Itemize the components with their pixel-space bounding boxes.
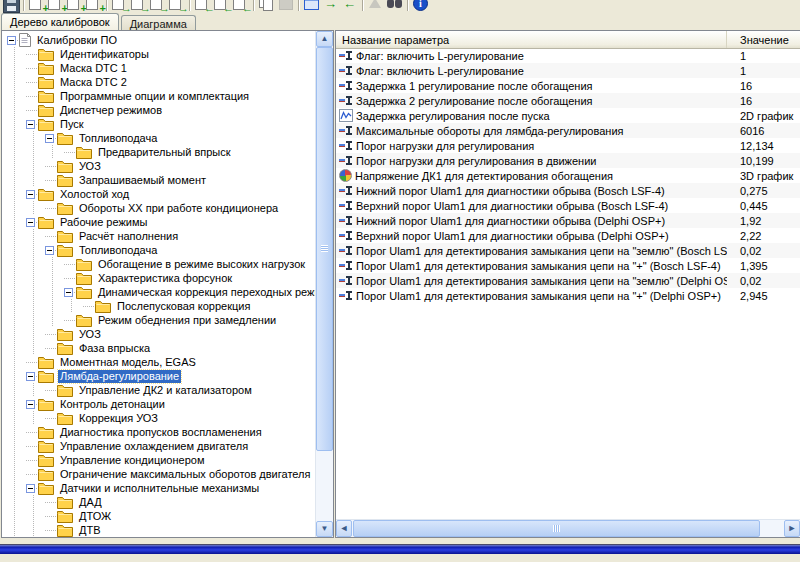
scrollbar-thumb[interactable]: [316, 47, 333, 451]
tree-item[interactable]: Запрашиваемый момент: [2, 173, 316, 187]
table-row[interactable]: Задержка 2 регулирование после обогащени…: [336, 93, 800, 108]
arrow-right-icon[interactable]: →: [322, 0, 341, 12]
window-icon[interactable]: [303, 0, 322, 12]
scrollbar-thumb[interactable]: [353, 520, 760, 537]
parameter-name: Флаг: включить L-регулирование: [356, 50, 524, 62]
doc-export-icon-1[interactable]: →: [111, 0, 130, 12]
tree-item[interactable]: УОЗ: [2, 159, 316, 173]
tree-expander-minus[interactable]: [64, 288, 73, 297]
doc-export-icon-3[interactable]: →: [149, 0, 168, 12]
tree-item[interactable]: Идентификаторы: [2, 47, 316, 61]
tree-item[interactable]: Рабочие режимы: [2, 215, 316, 229]
tab-calibration-tree[interactable]: Дерево калибровок: [1, 13, 119, 30]
doc-add-icon-3[interactable]: +: [66, 0, 85, 12]
tree-item[interactable]: Калибровки ПО: [2, 33, 316, 47]
tree-item[interactable]: Фаза впрыска: [2, 341, 316, 355]
save-icon[interactable]: [2, 0, 21, 12]
doc-add-icon-2[interactable]: +: [47, 0, 66, 12]
table-row[interactable]: Верхний порог Ulam1 для диагностики обры…: [336, 198, 800, 213]
table-row[interactable]: Максимальные обороты для лямбда-регулиро…: [336, 123, 800, 138]
tree-item[interactable]: Обогащение в режиме высоких нагрузок: [2, 257, 316, 271]
tree-item[interactable]: Динамическая коррекция переходных режимо…: [2, 285, 316, 299]
table-row[interactable]: Порог Ulam1 для детектирования замыкания…: [336, 243, 800, 258]
arrow-left-icon[interactable]: ←: [341, 0, 360, 12]
doc-add-icon-4[interactable]: +: [85, 0, 104, 12]
tree-connector: [25, 439, 38, 453]
doc-export-icon-4[interactable]: →: [168, 0, 187, 12]
tree-expander-minus[interactable]: [26, 400, 35, 409]
tree-expander-minus[interactable]: [26, 120, 35, 129]
params-horizontal-scrollbar[interactable]: ◄ ►: [336, 519, 800, 537]
column-header-value[interactable]: Значение: [727, 31, 800, 48]
tree-item-selected[interactable]: Лямбда-регулирование: [2, 369, 316, 383]
tree-expander-minus[interactable]: [26, 218, 35, 227]
tree-item[interactable]: Маска DTC 1: [2, 61, 316, 75]
parameter-name-cell: Флаг: включить L-регулирование: [336, 64, 727, 77]
table-row[interactable]: Флаг: включить L-регулирование 1: [336, 48, 800, 63]
table-row[interactable]: Задержка 1 регулирование после обогащени…: [336, 78, 800, 93]
tree-item[interactable]: Топливоподача: [2, 131, 316, 145]
tree-item[interactable]: Послепусковая коррекция: [2, 299, 316, 313]
tree-item[interactable]: Холостой ход: [2, 187, 316, 201]
tree-item[interactable]: Коррекция УОЗ: [2, 411, 316, 425]
table-row[interactable]: Нижний порог Ulam1 для диагностики обрыв…: [336, 213, 800, 228]
tree-item[interactable]: Управление охлаждением двигателя: [2, 439, 316, 453]
tree-item[interactable]: Топливоподача: [2, 243, 316, 257]
table-row[interactable]: Порог нагрузки для регулирования в движе…: [336, 153, 800, 168]
tree-item[interactable]: ДТВ: [2, 523, 316, 537]
tree-expander-minus[interactable]: [26, 190, 35, 199]
scroll-right-button[interactable]: ►: [784, 520, 800, 537]
copy-icon[interactable]: [258, 0, 277, 12]
table-row[interactable]: Порог Ulam1 для детектирования замыкания…: [336, 273, 800, 288]
tree-item[interactable]: ДАД: [2, 495, 316, 509]
info-icon[interactable]: i: [412, 0, 431, 12]
tree-expander-minus[interactable]: [45, 134, 54, 143]
doc-import-icon-2[interactable]: ←: [213, 0, 232, 12]
tree-item[interactable]: Предварительный впрыск: [2, 145, 316, 159]
tree-item[interactable]: Диагностика пропусков воспламенения: [2, 425, 316, 439]
tree-item[interactable]: Расчёт наполнения: [2, 229, 316, 243]
column-header-parameter-name[interactable]: Название параметра: [336, 31, 727, 48]
table-row[interactable]: Верхний порог Ulam1 для диагностики обры…: [336, 228, 800, 243]
tree-expander-minus[interactable]: [26, 484, 35, 493]
tree-item[interactable]: Управление кондиционером: [2, 453, 316, 467]
table-row[interactable]: Порог Ulam1 для детектирования замыкания…: [336, 258, 800, 273]
scroll-up-button[interactable]: ▲: [316, 31, 333, 47]
tree-item[interactable]: Контроль детонации: [2, 397, 316, 411]
tree-item[interactable]: Диспетчер режимов: [2, 103, 316, 117]
scroll-down-button[interactable]: ▼: [316, 521, 333, 537]
tree-item[interactable]: УОЗ: [2, 327, 316, 341]
tree-item[interactable]: Пуск: [2, 117, 316, 131]
table-row[interactable]: Порог Ulam1 для детектирования замыкания…: [336, 288, 800, 303]
tree-item[interactable]: Характеристика форсунок: [2, 271, 316, 285]
doc-export-icon-2[interactable]: →: [130, 0, 149, 12]
tree-guide-line: [25, 509, 44, 523]
table-row[interactable]: Нижний порог Ulam1 для диагностики обрыв…: [336, 183, 800, 198]
tab-diagram[interactable]: Диаграмма: [121, 15, 196, 30]
doc-add-icon-1[interactable]: +: [28, 0, 47, 12]
table-row[interactable]: Порог нагрузки для регулирования 12,134: [336, 138, 800, 153]
table-row[interactable]: Задержка регулирования после пуска 2D гр…: [336, 108, 800, 123]
tree-item[interactable]: Ограничение максимальных оборотов двигат…: [2, 467, 316, 481]
tree-item[interactable]: Моментная модель, EGAS: [2, 355, 316, 369]
tree-item[interactable]: Управление ДК2 и катализатором: [2, 383, 316, 397]
tree-vertical-scrollbar[interactable]: ▲ ▼: [315, 31, 333, 537]
tree-item[interactable]: Маска DTC 2: [2, 75, 316, 89]
doc-import-icon-1[interactable]: ←: [194, 0, 213, 12]
binoculars-icon[interactable]: [386, 0, 405, 12]
tree-item[interactable]: Обороты ХХ при работе кондиционера: [2, 201, 316, 215]
table-row[interactable]: Флаг: включить L-регулирование 1: [336, 63, 800, 78]
scroll-left-button[interactable]: ◄: [336, 520, 352, 537]
tree-item[interactable]: Датчики и исполнительные механизмы: [2, 481, 316, 495]
tree-item[interactable]: Программные опции и комплектация: [2, 89, 316, 103]
tree-item[interactable]: Режим обеднения при замедлении: [2, 313, 316, 327]
tree-item[interactable]: ДТОЖ: [2, 509, 316, 523]
tree-connector: [25, 47, 38, 61]
tree-guide-line: [6, 145, 25, 159]
tree-expander-minus[interactable]: [45, 246, 54, 255]
tree-expander-minus[interactable]: [26, 372, 35, 381]
tree-expander-minus[interactable]: [7, 36, 16, 45]
doc-import-icon-3[interactable]: ←: [232, 0, 251, 12]
parameter-value: 0,02: [727, 275, 800, 287]
table-row[interactable]: Напряжение ДК1 для детектирования обогащ…: [336, 168, 800, 183]
